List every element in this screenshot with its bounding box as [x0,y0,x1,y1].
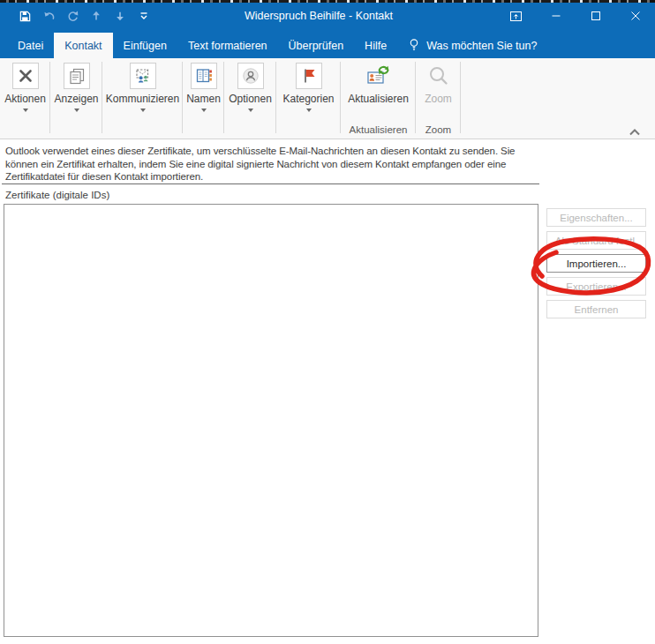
quick-access-toolbar [18,3,151,29]
dropdown-arrow-icon [74,109,79,112]
dropdown-arrow-icon [201,109,207,112]
ribbon-button-label: Kategorien [282,93,334,105]
certificates-listbox[interactable] [4,204,538,637]
tab-datei[interactable]: Datei [7,33,54,58]
titlebar: Widerspruch Beihilfe - Kontakt [0,3,655,29]
undo-icon[interactable] [41,9,56,23]
ribbon-button-label: Aktualisieren [348,93,409,105]
window-title: Widerspruch Beihilfe - Kontakt [159,3,478,29]
ribbon-button-aktionen[interactable]: Aktionen [0,58,50,139]
tab-kontakt[interactable]: Kontakt [54,33,112,58]
show-pages-icon [64,63,90,89]
window-controls [496,3,655,29]
ribbon-button-kommunizieren[interactable]: Kommunizieren [102,58,183,139]
ribbon-button-namen[interactable]: Namen [183,58,224,139]
eigenschaften-button: Eigenschaften... [546,208,646,227]
ribbon: Aktionen Anzeigen Kommunizieren Namen [0,58,655,139]
ribbon-button-optionen[interactable]: Optionen [224,58,276,139]
ribbon-button-aktualisieren[interactable]: Aktualisieren Aktualisieren [341,58,416,139]
move-down-icon[interactable] [113,9,127,23]
ribbon-button-anzeigen[interactable]: Anzeigen [50,58,102,139]
flag-icon [296,63,322,89]
ribbon-tab-row: Datei Kontakt Einfügen Text formatieren … [0,29,655,58]
certificate-actions: Eigenschaften... Als Standard festl. Imp… [546,208,646,318]
tell-me-search[interactable]: Was möchten Sie tun? [399,33,546,58]
ribbon-button-label: Aktionen [4,93,46,105]
move-up-icon[interactable] [89,9,103,23]
update-contact-icon [365,63,392,89]
ribbon-group-label: Zoom [425,124,451,139]
dropdown-arrow-icon [140,109,146,112]
group-separator [460,62,461,133]
section-divider [2,183,539,184]
dropdown-arrow-icon [23,109,28,112]
collapse-ribbon-icon[interactable] [629,124,641,133]
ribbon-display-options-icon[interactable] [496,3,536,29]
outlook-contact-window: Widerspruch Beihilfe - Kontakt Datei Kon… [0,0,655,644]
save-icon[interactable] [18,9,32,23]
ribbon-spacer [461,58,655,139]
dropdown-arrow-icon [306,109,312,112]
importieren-button[interactable]: Importieren... [546,254,646,273]
entfernen-button: Entfernen [546,300,646,318]
ribbon-button-label: Optionen [229,93,272,105]
communicate-icon [130,63,156,89]
address-book-icon [191,63,217,89]
lightbulb-icon [408,38,420,54]
exportieren-button: Exportieren... [546,277,646,296]
tab-ueberpruefen[interactable]: Überprüfen [278,33,355,58]
redo-icon[interactable] [65,9,79,23]
tab-hilfe[interactable]: Hilfe [354,33,397,58]
tab-einfuegen[interactable]: Einfügen [113,33,177,58]
ribbon-button-zoom: Zoom Zoom [416,58,461,139]
minimize-icon[interactable] [536,3,576,29]
maximize-icon[interactable] [576,3,615,29]
certificates-description: Outlook verwendet eines dieser Zertifika… [5,145,540,183]
certificates-list-label: Zertifikate (digitale IDs) [5,190,109,200]
customize-quick-access-icon[interactable] [137,9,151,23]
delete-x-icon [12,63,39,89]
zoom-icon [425,63,452,89]
ribbon-group-label: Aktualisieren [350,124,408,139]
ribbon-button-kategorien[interactable]: Kategorien [276,58,341,139]
tell-me-label: Was möchten Sie tun? [426,40,537,52]
ribbon-button-label: Kommunizieren [106,93,179,105]
close-icon[interactable] [615,3,655,29]
tab-text-formatieren[interactable]: Text formatieren [177,33,278,58]
dropdown-arrow-icon [248,109,253,112]
ribbon-button-label: Zoom [425,93,452,105]
ribbon-button-label: Anzeigen [54,93,98,105]
person-options-icon [237,63,264,89]
ribbon-button-label: Namen [186,93,221,105]
als-standard-button: Als Standard festl. [546,231,646,250]
